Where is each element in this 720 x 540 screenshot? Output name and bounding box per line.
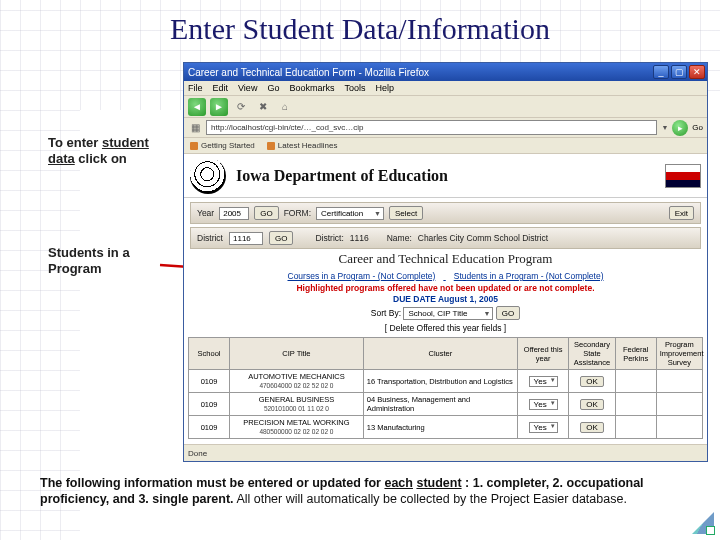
filter-row-2: District 1116 GO District: 1116 Name: Ch… <box>190 227 701 249</box>
menu-view[interactable]: View <box>238 83 257 93</box>
filter-row-1: Year 2005 GO FORM: Certification Select … <box>190 202 701 224</box>
district2-label: District: <box>315 233 343 243</box>
page-icon: ▦ <box>188 121 202 135</box>
footer-student: student <box>416 476 461 490</box>
cell-perkins <box>615 416 656 439</box>
table-row: 0109PRECISION METAL WORKING480500000 02 … <box>189 416 703 439</box>
slide-note-enter-data: To enter student data click on <box>48 135 163 168</box>
cell-cluster: 13 Manufacturing <box>363 416 517 439</box>
go-button[interactable]: ▸ <box>672 120 688 136</box>
menu-tools[interactable]: Tools <box>344 83 365 93</box>
menu-bookmarks[interactable]: Bookmarks <box>289 83 334 93</box>
home-button[interactable]: ⌂ <box>276 98 294 116</box>
menu-file[interactable]: File <box>188 83 203 93</box>
cell-secondary: OK <box>569 416 615 439</box>
offered-select[interactable]: Yes <box>529 376 558 387</box>
cell-perkins <box>615 393 656 416</box>
back-button[interactable]: ◄ <box>188 98 206 116</box>
firefox-window: Career and Technical Education Form - Mo… <box>183 62 708 462</box>
cell-school: 0109 <box>189 416 230 439</box>
offered-select[interactable]: Yes <box>529 399 558 410</box>
cell-cip: AUTOMOTIVE MECHANICS470604000 02 02 52 0… <box>230 370 364 393</box>
sort-go-button[interactable]: GO <box>496 306 520 320</box>
th-offered: Offered this year <box>517 338 568 370</box>
cell-offered: Yes <box>517 370 568 393</box>
year-label: Year <box>197 208 214 218</box>
th-perkins: Federal Perkins <box>615 338 656 370</box>
bookmark-latest-headlines[interactable]: Latest Headlines <box>267 141 338 150</box>
highlight-note: Highlighted programs offered have not be… <box>184 283 707 293</box>
footer-lead: The following information must be entere… <box>40 476 384 490</box>
name-value: Charles City Comm School District <box>418 233 548 243</box>
menu-bar: File Edit View Go Bookmarks Tools Help <box>184 81 707 96</box>
address-bar: ▦ http://localhost/cgi-bin/cte/…_cod_svc… <box>184 118 707 138</box>
ok-button[interactable]: OK <box>580 376 604 387</box>
stop-button[interactable]: ✖ <box>254 98 272 116</box>
rss-icon <box>267 142 275 150</box>
url-input[interactable]: http://localhost/cgi-bin/cte/…_cod_svc…c… <box>206 120 657 135</box>
footer-each: each <box>384 476 413 490</box>
bookmark-getting-started[interactable]: Getting Started <box>190 141 255 150</box>
due-date: DUE DATE August 1, 2005 <box>184 294 707 304</box>
go-label: Go <box>692 123 703 132</box>
cell-survey <box>656 370 702 393</box>
menu-help[interactable]: Help <box>375 83 394 93</box>
window-minimize-button[interactable]: _ <box>653 65 669 79</box>
district-go-button[interactable]: GO <box>269 231 293 245</box>
form-select[interactable]: Certification <box>316 207 384 220</box>
district2-value: 1116 <box>350 233 369 243</box>
highlight-red: Highlighted programs <box>296 283 384 293</box>
name-label: Name: <box>387 233 412 243</box>
link-students-in-program[interactable]: Students in a Program - (Not Complete) <box>454 271 604 281</box>
program-links-row: Courses in a Program - (Not Complete) St… <box>184 271 707 281</box>
select-button[interactable]: Select <box>389 206 423 220</box>
delete-offered-link[interactable]: [ Delete Offered this year fields ] <box>184 323 707 333</box>
page-content: Iowa Department of Education Year 2005 G… <box>184 154 707 445</box>
cell-cip: PRECISION METAL WORKING480500000 02 02 0… <box>230 416 364 439</box>
cell-cluster: 04 Business, Management and Administrati… <box>363 393 517 416</box>
slide-corner-handle <box>707 527 714 534</box>
window-close-button[interactable]: ✕ <box>689 65 705 79</box>
window-maximize-button[interactable]: ▢ <box>671 65 687 79</box>
cte-program-heading: Career and Technical Education Program <box>184 251 707 267</box>
note1-a: To enter <box>48 135 102 150</box>
th-cluster: Cluster <box>363 338 517 370</box>
ok-button[interactable]: OK <box>580 399 604 410</box>
sort-select[interactable]: School, CIP Title <box>403 307 493 320</box>
year-input[interactable]: 2005 <box>219 207 249 220</box>
th-survey: Program Improvement Survey <box>656 338 702 370</box>
url-dropdown-icon[interactable]: ▼ <box>661 124 668 131</box>
sort-row: Sort By: School, CIP Title GO <box>184 306 707 320</box>
th-school: School <box>189 338 230 370</box>
cell-survey <box>656 393 702 416</box>
th-secondary: Secondary State Assistance <box>569 338 615 370</box>
table-header-row: School CIP Title Cluster Offered this ye… <box>189 338 703 370</box>
link-courses-in-program[interactable]: Courses in a Program - (Not Complete) <box>288 271 436 281</box>
year-go-button[interactable]: GO <box>254 206 278 220</box>
exit-button[interactable]: Exit <box>669 206 694 220</box>
browser-status-bar: Done <box>184 445 707 461</box>
cell-school: 0109 <box>189 370 230 393</box>
cell-cluster: 16 Transportation, Distribution and Logi… <box>363 370 517 393</box>
note1-c: click on <box>78 151 126 166</box>
reload-button[interactable]: ⟳ <box>232 98 250 116</box>
highlight-rest: offered have not been updated or are not… <box>385 283 595 293</box>
footer-tail: All other will automatically be collecte… <box>236 492 626 506</box>
offered-select[interactable]: Yes <box>529 422 558 433</box>
menu-go[interactable]: Go <box>267 83 279 93</box>
cell-school: 0109 <box>189 393 230 416</box>
cell-survey <box>656 416 702 439</box>
table-row: 0109AUTOMOTIVE MECHANICS470604000 02 02 … <box>189 370 703 393</box>
cell-offered: Yes <box>517 393 568 416</box>
bookmarks-toolbar: Getting Started Latest Headlines <box>184 138 707 154</box>
ok-button[interactable]: OK <box>580 422 604 433</box>
menu-edit[interactable]: Edit <box>213 83 229 93</box>
page-banner: Iowa Department of Education <box>184 154 707 198</box>
district-input[interactable]: 1116 <box>229 232 263 245</box>
forward-button[interactable]: ► <box>210 98 228 116</box>
slide-note-students-program: Students in a Program <box>48 245 178 278</box>
status-text: Done <box>188 449 207 458</box>
cell-secondary: OK <box>569 370 615 393</box>
slide-title: Enter Student Data/Information <box>0 12 720 46</box>
sort-label: Sort By: <box>371 308 401 318</box>
